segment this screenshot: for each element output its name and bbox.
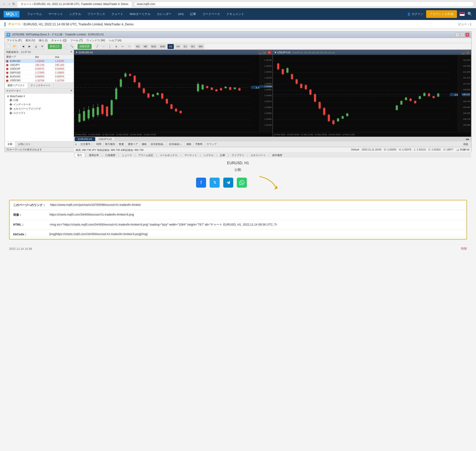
col-sl[interactable]: 決済逆指値...: [149, 142, 167, 147]
nav-vps[interactable]: VPS: [175, 8, 187, 20]
nav-articles[interactable]: 記事: [187, 8, 199, 20]
expand-accounts[interactable]: ➕: [9, 99, 12, 102]
toolbar-ellipse-btn[interactable]: ⬭: [126, 44, 132, 49]
tree-mt4[interactable]: 🖥 MetaTrader 4: [6, 94, 73, 98]
toolbar-line-btn[interactable]: ╱: [95, 44, 100, 49]
col-volume[interactable]: 数量: [117, 142, 126, 147]
period-m30[interactable]: M30: [159, 44, 167, 49]
expand-scripts[interactable]: ➕: [9, 112, 12, 115]
eurusd-close-btn[interactable]: ✕: [268, 50, 271, 54]
col-time[interactable]: 時間: [95, 142, 103, 147]
btab-news[interactable]: ニュース: [119, 153, 134, 158]
facebook-share-button[interactable]: f: [196, 178, 206, 188]
currency-panel-close[interactable]: ✕: [70, 50, 72, 54]
nav-forum[interactable]: フォーラム: [24, 8, 45, 20]
forward-icon[interactable]: →: [7, 2, 11, 6]
close-button[interactable]: ✕: [465, 33, 470, 37]
eurusd-chart-body[interactable]: 1.03268 1.03730 1.03520 1.03315 1.03105 …: [74, 55, 272, 132]
new-order-button[interactable]: 新規注文: [48, 44, 62, 49]
whatsapp-share-button[interactable]: [237, 178, 247, 188]
col-type[interactable]: 取引種別: [103, 142, 117, 147]
navigator-close[interactable]: ✕: [70, 89, 72, 93]
menu-chart[interactable]: チャート (Q): [51, 38, 67, 42]
menu-window[interactable]: ウィンドウ (W): [86, 38, 105, 42]
btab-alarms[interactable]: アラーム設定: [136, 153, 156, 158]
period-h1[interactable]: H1: [167, 44, 174, 49]
tab-favorites[interactable]: お気に入り: [15, 142, 34, 147]
nav-codebase[interactable]: コードベース: [199, 8, 223, 20]
toolbar-print-btn[interactable]: 🖨: [33, 44, 38, 49]
toolbar-chart-btn[interactable]: 📈: [63, 44, 68, 49]
menu-insert[interactable]: 挿入 (I): [39, 38, 48, 42]
currency-row[interactable]: GBPUSD 1.17983 1.18005: [5, 71, 74, 75]
toolbar-email-btn[interactable]: ✉: [39, 44, 45, 49]
menu-view[interactable]: 表示 (V): [25, 38, 35, 42]
nav-quote[interactable]: クォート: [108, 8, 127, 20]
tree-scripts[interactable]: ➕ スクリプト: [6, 111, 73, 115]
tree-accounts[interactable]: ➕ 口座: [6, 98, 73, 102]
btab-exposure[interactable]: 運用比率: [86, 153, 101, 158]
usdjpy-maximize-btn[interactable]: □: [466, 50, 470, 54]
back-icon[interactable]: ←: [2, 2, 6, 6]
toolbar-hline-btn[interactable]: ─: [101, 44, 106, 49]
toolbar-zoom-in[interactable]: 🔍: [69, 44, 75, 49]
currency-row[interactable]: USDCHF 0.94472 0.94493: [5, 67, 74, 71]
usdjpy-minimize-btn[interactable]: _: [462, 50, 465, 54]
toolbar-vline-btn[interactable]: │: [107, 44, 113, 49]
browser-nav[interactable]: ← → ↻: [2, 2, 15, 6]
btab-history2[interactable]: 操作履歴: [270, 153, 285, 158]
link-value-image[interactable]: https://charts.mql5.com/34/400/eurusd-h1…: [49, 213, 134, 216]
expand-indicators[interactable]: ➕: [9, 103, 12, 106]
mt4-window-controls[interactable]: － □ ✕: [455, 33, 470, 37]
nav-market[interactable]: マーケット: [45, 8, 66, 20]
col-swap[interactable]: スワップ: [205, 142, 219, 147]
tab-tick-chart[interactable]: ティックチャート: [28, 83, 54, 88]
btab-trade[interactable]: 取引: [75, 153, 85, 158]
currency-row[interactable]: USDJPY 140.143 140.160: [5, 63, 74, 67]
col-pair[interactable]: 通貨ペア: [126, 142, 140, 147]
search-icon[interactable]: 🔍: [467, 12, 472, 17]
expand-ea[interactable]: ➕: [9, 107, 12, 110]
telegram-share-button[interactable]: [223, 178, 233, 188]
expand-mt4[interactable]: 🖥: [6, 95, 9, 98]
link-value-page[interactable]: https://www.mql5.com/ja/charts/16760598/…: [50, 203, 140, 207]
toolbar-text-btn[interactable]: A: [114, 44, 119, 49]
auto-trade-button[interactable]: 自動売買: [78, 44, 92, 49]
chart-tab-prev[interactable]: ◀: [465, 138, 467, 141]
eurusd-maximize-btn[interactable]: □: [263, 50, 267, 54]
col-tp[interactable]: 決済値値 (...: [167, 142, 184, 147]
chart-tab-usdjpy[interactable]: USDJPY,H1: [96, 137, 115, 141]
currency-row[interactable]: USDCAD 1.32769 1.32793: [5, 79, 74, 82]
nav-freelance[interactable]: フリーランス: [84, 8, 108, 20]
reload-icon[interactable]: ↻: [12, 2, 15, 6]
btab-articles[interactable]: 記事: [218, 153, 228, 158]
tree-indicators[interactable]: ➕ インディケータ: [6, 102, 73, 107]
menu-help[interactable]: ヘルプ (H): [109, 38, 122, 42]
language-flag[interactable]: [460, 12, 465, 16]
nav-webterminal[interactable]: Webターミナル: [127, 8, 154, 20]
toolbar-new-btn[interactable]: 📄: [6, 44, 11, 49]
toolbar-open-btn[interactable]: 📂: [12, 44, 18, 49]
col-commission[interactable]: 手数料: [193, 142, 205, 147]
minimize-button[interactable]: －: [455, 33, 459, 37]
period-m15[interactable]: M15: [150, 44, 158, 49]
maximize-button[interactable]: □: [460, 33, 464, 37]
btab-mailbox[interactable]: メールボックス,: [157, 153, 180, 158]
nav-calendar[interactable]: カレンダー: [154, 8, 175, 20]
col-price[interactable]: 価格: [140, 142, 149, 147]
period-d1[interactable]: D1: [182, 44, 189, 49]
chart-tab-eurusd[interactable]: EURUSD,H1: [75, 137, 95, 141]
btab-library[interactable]: ライブラリ: [229, 153, 247, 158]
nav-signal[interactable]: シグナル: [66, 8, 84, 20]
usdjpy-chart-body[interactable]: 140.143 142.630 142.280 141.920 141.570 …: [273, 55, 471, 132]
currency-row[interactable]: EURUSD 1.03268 1.03285: [5, 59, 74, 63]
period-m5[interactable]: M5: [142, 44, 149, 49]
link-value-html[interactable]: <img src="https://charts.mql5.com/34/400…: [49, 223, 277, 227]
login-button[interactable]: 👤 ログイン: [407, 12, 423, 16]
breadcrumb-chart-link[interactable]: チャート: [8, 22, 21, 26]
nav-docs[interactable]: ドキュメント: [223, 8, 247, 20]
btab-market[interactable]: マーケット: [182, 153, 200, 158]
toolbar-rect-btn[interactable]: ▭: [120, 44, 125, 49]
btab-signals[interactable]: シグナル: [201, 153, 216, 158]
delete-button[interactable]: 削除: [461, 247, 467, 251]
